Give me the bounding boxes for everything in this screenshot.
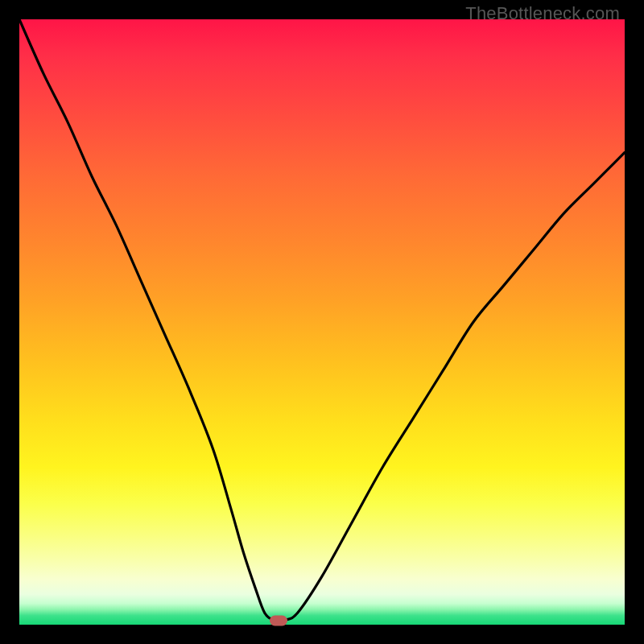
bottleneck-curve bbox=[19, 19, 625, 621]
plot-area bbox=[19, 19, 625, 625]
curve-svg bbox=[19, 19, 625, 625]
outer-frame: TheBottleneck.com bbox=[0, 0, 644, 644]
optimal-marker bbox=[270, 616, 287, 626]
